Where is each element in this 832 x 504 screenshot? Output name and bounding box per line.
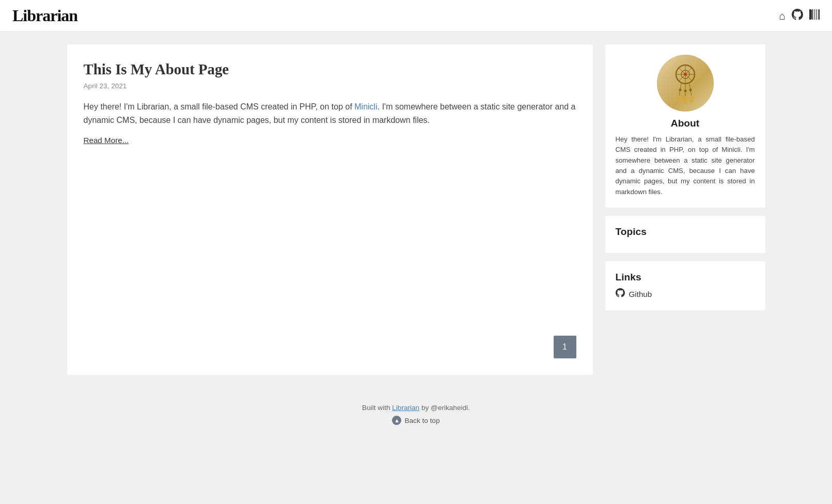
- links-title: Links: [616, 272, 755, 283]
- about-card: About Hey there! I'm Librarian, a small …: [605, 44, 765, 208]
- post-title: This Is My About Page: [84, 61, 576, 78]
- dreamcatcher-svg: [665, 60, 706, 106]
- svg-point-11: [676, 94, 682, 103]
- read-more-link[interactable]: Read More...: [84, 136, 129, 145]
- svg-point-13: [688, 94, 694, 103]
- svg-point-7: [684, 73, 687, 76]
- svg-point-12: [683, 96, 687, 104]
- site-header: Librarian ⌂: [0, 0, 832, 32]
- footer-text: Built with Librarian by @erikaheidi.: [8, 404, 824, 412]
- post-date: April 23, 2021: [84, 82, 576, 90]
- github-icon[interactable]: [792, 9, 803, 23]
- avatar: [657, 55, 714, 112]
- pagination: 1: [554, 336, 576, 358]
- main-container: This Is My About Page April 23, 2021 Hey…: [55, 32, 778, 387]
- topics-card: Topics: [605, 216, 765, 253]
- back-to-top-icon: ▲: [392, 416, 401, 425]
- rss-icon[interactable]: [809, 9, 820, 22]
- github-link-label: Github: [629, 290, 652, 298]
- footer-built-with: Built with: [362, 404, 392, 412]
- back-to-top[interactable]: ▲ Back to top: [8, 416, 824, 425]
- avatar-image: [657, 55, 714, 112]
- post-excerpt: Hey there! I'm Librarian, a small file-b…: [84, 100, 576, 128]
- github-link-icon: [616, 288, 625, 300]
- minicli-link[interactable]: Minicli: [354, 102, 377, 111]
- links-card: Links Github: [605, 261, 765, 310]
- site-title: Librarian: [12, 6, 77, 25]
- back-to-top-label: Back to top: [404, 417, 439, 424]
- about-section-title: About: [616, 118, 755, 129]
- svg-point-14: [679, 89, 681, 91]
- github-link[interactable]: Github: [616, 288, 755, 300]
- excerpt-text-before-link: Hey there! I'm Librarian, a small file-b…: [84, 102, 355, 111]
- svg-point-16: [689, 89, 692, 91]
- sidebar: About Hey there! I'm Librarian, a small …: [605, 44, 765, 310]
- topics-title: Topics: [616, 226, 755, 238]
- svg-point-15: [684, 90, 686, 92]
- page-1-button[interactable]: 1: [554, 336, 576, 358]
- about-text: Hey there! I'm Librarian, a small file-b…: [616, 134, 755, 197]
- site-footer: Built with Librarian by @erikaheidi. ▲ B…: [0, 387, 832, 437]
- footer-librarian-link[interactable]: Librarian: [392, 404, 419, 412]
- content-area: This Is My About Page April 23, 2021 Hey…: [67, 44, 593, 375]
- header-icons: ⌂: [779, 9, 820, 23]
- home-icon[interactable]: ⌂: [779, 10, 786, 22]
- footer-suffix: by @erikaheidi.: [419, 404, 470, 412]
